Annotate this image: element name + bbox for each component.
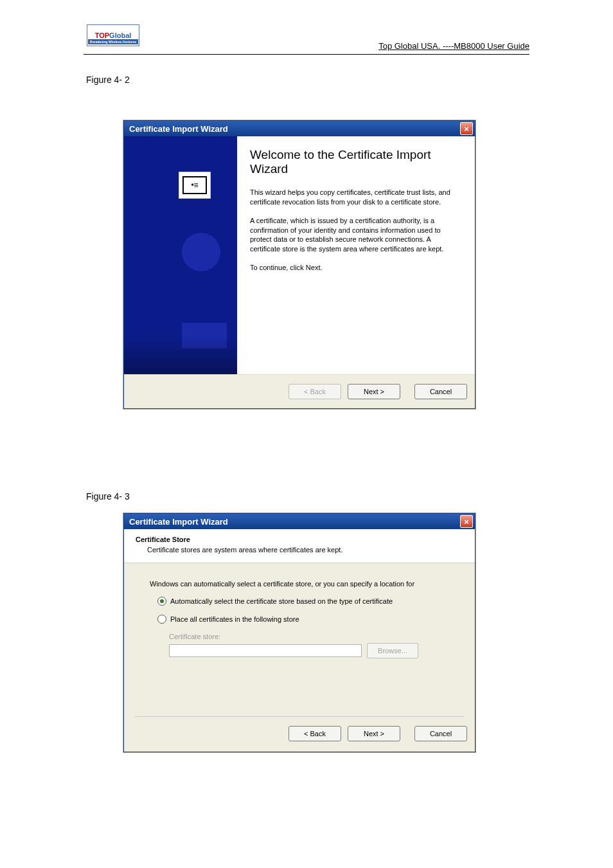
figure-label-4-2: Figure 4- 2 (86, 75, 130, 85)
logo-top: TOP (95, 32, 109, 39)
radio-place-label: Place all certificates in the following … (170, 615, 299, 623)
certificate-icon: •≡ (179, 172, 211, 199)
radio-place-all[interactable]: Place all certificates in the following … (157, 615, 449, 624)
logo-global: Global (109, 32, 131, 39)
next-button[interactable]: Next > (348, 384, 400, 399)
radio-icon-unselected (157, 615, 166, 624)
logo-tagline: Broadening Wireless Horizons (88, 39, 138, 44)
cert-store-input (169, 644, 362, 657)
welcome-p3: To continue, click Next. (250, 263, 459, 273)
titlebar-text: Certificate Import Wizard (129, 124, 228, 134)
back-button[interactable]: < Back (289, 726, 341, 741)
back-button: < Back (289, 384, 341, 399)
header-rule (84, 54, 529, 55)
radio-auto-select[interactable]: Automatically select the certificate sto… (157, 597, 449, 606)
next-button[interactable]: Next > (348, 726, 400, 741)
welcome-p1: This wizard helps you copy certificates,… (250, 188, 459, 207)
figure-label-4-3: Figure 4- 3 (86, 491, 130, 502)
section-title: Certificate Store (136, 536, 463, 543)
cert-wizard-store-dialog: Certificate Import Wizard × Certificate … (123, 513, 475, 752)
welcome-heading: Welcome to the Certificate Import Wizard (250, 148, 459, 176)
welcome-p2: A certificate, which is issued by a cert… (250, 216, 459, 254)
store-intro-text: Windows can automatically select a certi… (150, 580, 449, 588)
header-right-text: Top Global USA. ----MB8000 User Guide (378, 41, 529, 51)
cancel-button[interactable]: Cancel (414, 726, 467, 741)
radio-auto-label: Automatically select the certificate sto… (170, 597, 393, 605)
titlebar: Certificate Import Wizard × (124, 514, 475, 529)
cert-store-label: Certificate store: (169, 633, 449, 640)
cancel-button[interactable]: Cancel (414, 384, 467, 399)
titlebar-text: Certificate Import Wizard (129, 517, 228, 527)
wizard-banner: •≡ (124, 136, 237, 374)
close-icon: × (464, 518, 469, 526)
close-button[interactable]: × (460, 122, 473, 135)
logo: TOPGlobal Broadening Wireless Horizons (87, 24, 139, 46)
cert-wizard-welcome-dialog: Certificate Import Wizard × •≡ Welcome t… (123, 120, 475, 409)
browse-button: Browse... (367, 643, 418, 658)
close-icon: × (464, 125, 469, 133)
close-button[interactable]: × (460, 515, 473, 528)
radio-icon-selected (157, 597, 166, 606)
section-desc: Certificate stores are system areas wher… (147, 546, 463, 554)
titlebar: Certificate Import Wizard × (124, 121, 475, 136)
